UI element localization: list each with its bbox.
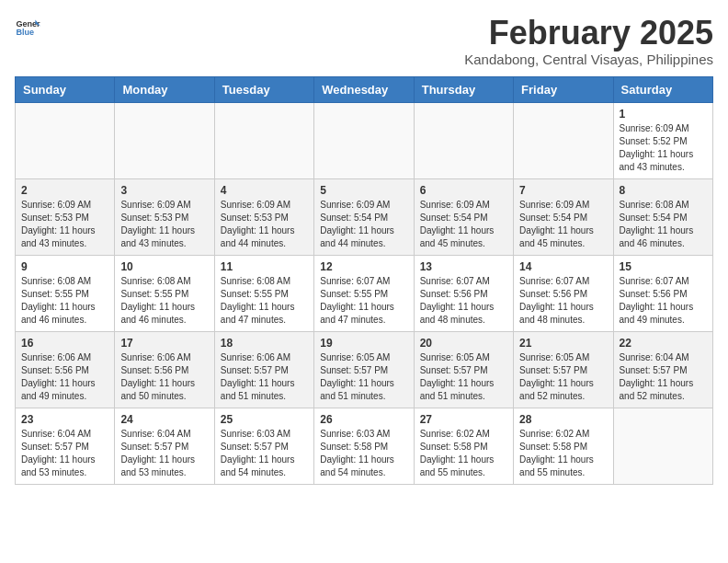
calendar-day-cell: 27Sunrise: 6:02 AM Sunset: 5:58 PM Dayli…: [414, 408, 513, 484]
calendar-day-cell: 8Sunrise: 6:08 AM Sunset: 5:54 PM Daylig…: [613, 178, 712, 255]
day-info: Sunrise: 6:09 AM Sunset: 5:52 PM Dayligh…: [620, 123, 694, 172]
day-number: 17: [120, 337, 208, 350]
calendar-week-row: 2Sunrise: 6:09 AM Sunset: 5:53 PM Daylig…: [16, 178, 713, 255]
day-info: Sunrise: 6:04 AM Sunset: 5:57 PM Dayligh…: [21, 429, 96, 477]
calendar-day-cell: 17Sunrise: 6:06 AM Sunset: 5:56 PM Dayli…: [115, 331, 214, 408]
calendar-day-cell: 19Sunrise: 6:05 AM Sunset: 5:57 PM Dayli…: [314, 331, 414, 408]
day-info: Sunrise: 6:05 AM Sunset: 5:57 PM Dayligh…: [320, 352, 394, 401]
day-info: Sunrise: 6:06 AM Sunset: 5:56 PM Dayligh…: [120, 352, 195, 401]
day-number: 21: [519, 337, 607, 350]
day-info: Sunrise: 6:09 AM Sunset: 5:53 PM Dayligh…: [21, 200, 96, 248]
calendar-day-cell: 21Sunrise: 6:05 AM Sunset: 5:57 PM Dayli…: [514, 331, 613, 408]
calendar-day-cell: 6Sunrise: 6:09 AM Sunset: 5:54 PM Daylig…: [414, 178, 513, 255]
day-info: Sunrise: 6:09 AM Sunset: 5:53 PM Dayligh…: [221, 200, 295, 248]
svg-text:Blue: Blue: [16, 28, 34, 37]
day-number: 25: [221, 413, 308, 426]
day-number: 20: [420, 337, 507, 350]
day-of-week-header: Tuesday: [214, 76, 313, 102]
location-subtitle: Kandabong, Central Visayas, Philippines: [464, 52, 713, 67]
header: General Blue February 2025 Kandabong, Ce…: [15, 15, 713, 67]
day-info: Sunrise: 6:08 AM Sunset: 5:55 PM Dayligh…: [21, 276, 96, 325]
day-number: 9: [21, 260, 108, 273]
calendar-day-cell: 22Sunrise: 6:04 AM Sunset: 5:57 PM Dayli…: [613, 331, 712, 408]
day-info: Sunrise: 6:08 AM Sunset: 5:55 PM Dayligh…: [221, 276, 295, 325]
logo: General Blue: [15, 15, 40, 40]
day-number: 8: [620, 184, 707, 197]
day-number: 4: [221, 184, 308, 197]
day-of-week-header: Monday: [115, 76, 214, 102]
day-number: 27: [420, 413, 507, 426]
day-of-week-header: Sunday: [16, 76, 115, 102]
day-number: 16: [21, 337, 108, 350]
calendar-day-cell: 4Sunrise: 6:09 AM Sunset: 5:53 PM Daylig…: [214, 178, 313, 255]
calendar-day-cell: 11Sunrise: 6:08 AM Sunset: 5:55 PM Dayli…: [214, 255, 313, 331]
calendar-day-cell: 26Sunrise: 6:03 AM Sunset: 5:58 PM Dayli…: [314, 408, 414, 484]
day-of-week-header: Saturday: [613, 76, 712, 102]
day-info: Sunrise: 6:07 AM Sunset: 5:56 PM Dayligh…: [620, 276, 694, 325]
day-info: Sunrise: 6:09 AM Sunset: 5:54 PM Dayligh…: [320, 200, 394, 248]
day-info: Sunrise: 6:03 AM Sunset: 5:58 PM Dayligh…: [320, 429, 394, 477]
day-number: 10: [120, 260, 208, 273]
calendar-week-row: 16Sunrise: 6:06 AM Sunset: 5:56 PM Dayli…: [16, 331, 713, 408]
calendar-day-cell: 2Sunrise: 6:09 AM Sunset: 5:53 PM Daylig…: [16, 178, 115, 255]
calendar-day-cell: 1Sunrise: 6:09 AM Sunset: 5:52 PM Daylig…: [613, 102, 712, 178]
calendar-table: SundayMondayTuesdayWednesdayThursdayFrid…: [15, 76, 713, 485]
calendar-day-cell: 16Sunrise: 6:06 AM Sunset: 5:56 PM Dayli…: [16, 331, 115, 408]
day-number: 14: [519, 260, 607, 273]
day-info: Sunrise: 6:04 AM Sunset: 5:57 PM Dayligh…: [620, 352, 694, 401]
day-info: Sunrise: 6:06 AM Sunset: 5:57 PM Dayligh…: [221, 352, 295, 401]
day-number: 19: [320, 337, 407, 350]
calendar-day-cell: 24Sunrise: 6:04 AM Sunset: 5:57 PM Dayli…: [115, 408, 214, 484]
day-info: Sunrise: 6:02 AM Sunset: 5:58 PM Dayligh…: [420, 429, 495, 477]
calendar-day-cell: [214, 102, 313, 178]
day-info: Sunrise: 6:04 AM Sunset: 5:57 PM Dayligh…: [120, 429, 195, 477]
calendar-day-cell: [414, 102, 513, 178]
day-number: 11: [221, 260, 308, 273]
calendar-day-cell: 3Sunrise: 6:09 AM Sunset: 5:53 PM Daylig…: [115, 178, 214, 255]
day-of-week-header: Thursday: [414, 76, 513, 102]
calendar-day-cell: 9Sunrise: 6:08 AM Sunset: 5:55 PM Daylig…: [16, 255, 115, 331]
title-section: February 2025 Kandabong, Central Visayas…: [464, 15, 713, 67]
calendar-day-cell: 5Sunrise: 6:09 AM Sunset: 5:54 PM Daylig…: [314, 178, 414, 255]
calendar-week-row: 23Sunrise: 6:04 AM Sunset: 5:57 PM Dayli…: [16, 408, 713, 484]
day-info: Sunrise: 6:07 AM Sunset: 5:56 PM Dayligh…: [519, 276, 594, 325]
day-info: Sunrise: 6:08 AM Sunset: 5:55 PM Dayligh…: [120, 276, 195, 325]
day-number: 18: [221, 337, 308, 350]
day-number: 28: [519, 413, 607, 426]
day-info: Sunrise: 6:07 AM Sunset: 5:55 PM Dayligh…: [320, 276, 394, 325]
calendar-day-cell: 14Sunrise: 6:07 AM Sunset: 5:56 PM Dayli…: [514, 255, 613, 331]
day-info: Sunrise: 6:05 AM Sunset: 5:57 PM Dayligh…: [519, 352, 594, 401]
calendar-week-row: 9Sunrise: 6:08 AM Sunset: 5:55 PM Daylig…: [16, 255, 713, 331]
day-number: 7: [519, 184, 607, 197]
day-info: Sunrise: 6:09 AM Sunset: 5:53 PM Dayligh…: [120, 200, 195, 248]
calendar-day-cell: 18Sunrise: 6:06 AM Sunset: 5:57 PM Dayli…: [214, 331, 313, 408]
calendar-day-cell: [115, 102, 214, 178]
day-number: 13: [420, 260, 507, 273]
day-info: Sunrise: 6:06 AM Sunset: 5:56 PM Dayligh…: [21, 352, 96, 401]
day-number: 2: [21, 184, 108, 197]
calendar-day-cell: [314, 102, 414, 178]
day-info: Sunrise: 6:05 AM Sunset: 5:57 PM Dayligh…: [420, 352, 495, 401]
day-number: 23: [21, 413, 108, 426]
day-of-week-header: Friday: [514, 76, 613, 102]
day-info: Sunrise: 6:09 AM Sunset: 5:54 PM Dayligh…: [420, 200, 495, 248]
calendar-day-cell: 12Sunrise: 6:07 AM Sunset: 5:55 PM Dayli…: [314, 255, 414, 331]
calendar-day-cell: 23Sunrise: 6:04 AM Sunset: 5:57 PM Dayli…: [16, 408, 115, 484]
day-number: 24: [120, 413, 208, 426]
calendar-day-cell: 7Sunrise: 6:09 AM Sunset: 5:54 PM Daylig…: [514, 178, 613, 255]
day-info: Sunrise: 6:08 AM Sunset: 5:54 PM Dayligh…: [620, 200, 694, 248]
calendar-day-cell: [16, 102, 115, 178]
calendar-day-cell: 28Sunrise: 6:02 AM Sunset: 5:58 PM Dayli…: [514, 408, 613, 484]
day-of-week-header: Wednesday: [314, 76, 414, 102]
calendar-header-row: SundayMondayTuesdayWednesdayThursdayFrid…: [16, 76, 713, 102]
logo-icon: General Blue: [15, 15, 40, 40]
calendar-day-cell: 10Sunrise: 6:08 AM Sunset: 5:55 PM Dayli…: [115, 255, 214, 331]
day-info: Sunrise: 6:03 AM Sunset: 5:57 PM Dayligh…: [221, 429, 295, 477]
calendar-day-cell: [514, 102, 613, 178]
calendar-week-row: 1Sunrise: 6:09 AM Sunset: 5:52 PM Daylig…: [16, 102, 713, 178]
day-info: Sunrise: 6:02 AM Sunset: 5:58 PM Dayligh…: [519, 429, 594, 477]
calendar-day-cell: [613, 408, 712, 484]
day-number: 6: [420, 184, 507, 197]
day-number: 3: [120, 184, 208, 197]
calendar-day-cell: 13Sunrise: 6:07 AM Sunset: 5:56 PM Dayli…: [414, 255, 513, 331]
